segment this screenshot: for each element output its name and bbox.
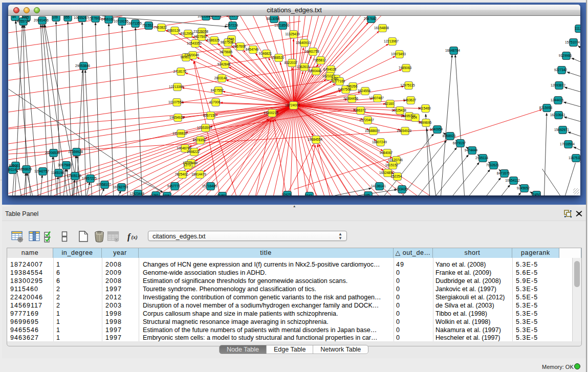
svg-text:3875685: 3875685 <box>220 50 233 54</box>
svg-text:1615152: 1615152 <box>385 163 399 167</box>
svg-text:23226058: 23226058 <box>193 30 208 33</box>
svg-text:9129966: 9129966 <box>559 54 572 57</box>
svg-text:1733426: 1733426 <box>395 187 408 191</box>
svg-text:1096: 1096 <box>162 194 170 195</box>
svg-text:84: 84 <box>12 16 16 18</box>
svg-text:1273: 1273 <box>183 163 191 167</box>
svg-text:16154808: 16154808 <box>374 26 389 30</box>
svg-text:10925: 10925 <box>281 193 291 195</box>
svg-text:9242848: 9242848 <box>217 62 231 66</box>
svg-text:604: 604 <box>411 116 417 119</box>
svg-text:12213369: 12213369 <box>169 85 184 89</box>
svg-text:9245652: 9245652 <box>517 186 530 190</box>
svg-text:11325419: 11325419 <box>285 32 300 36</box>
svg-text:835061: 835061 <box>9 164 20 167</box>
svg-text:16524851: 16524851 <box>379 171 394 174</box>
svg-text:12942757: 12942757 <box>34 169 49 173</box>
svg-text:9777169: 9777169 <box>332 79 345 83</box>
svg-text:30975867: 30975867 <box>58 163 73 167</box>
svg-text:6879197: 6879197 <box>453 141 466 145</box>
svg-text:1145194: 1145194 <box>51 171 64 174</box>
svg-text:20691406: 20691406 <box>34 18 49 22</box>
svg-text:2718176: 2718176 <box>173 70 187 73</box>
svg-text:12923448: 12923448 <box>129 192 144 195</box>
svg-text:17016504: 17016504 <box>560 142 575 146</box>
svg-text:19654923: 19654923 <box>397 129 411 133</box>
svg-text:16210643: 16210643 <box>550 113 565 117</box>
svg-text:8267150: 8267150 <box>203 114 216 117</box>
svg-text:15720407: 15720407 <box>359 118 374 122</box>
svg-text:16961758: 16961758 <box>304 50 319 53</box>
svg-text:10543352: 10543352 <box>187 41 202 45</box>
svg-text:1588520: 1588520 <box>271 56 285 59</box>
svg-text:29053846: 29053846 <box>75 64 90 68</box>
svg-text:7357224: 7357224 <box>225 24 238 27</box>
svg-text:9463627: 9463627 <box>403 98 417 102</box>
svg-text:8660124: 8660124 <box>167 29 181 32</box>
svg-text:8990448: 8990448 <box>309 69 322 73</box>
svg-text:2987682: 2987682 <box>364 17 377 20</box>
svg-text:8427552: 8427552 <box>211 89 224 92</box>
svg-text:746266: 746266 <box>346 84 358 88</box>
svg-text:8958923: 8958923 <box>443 134 456 138</box>
svg-text:7625402: 7625402 <box>175 172 188 176</box>
svg-text:92450: 92450 <box>216 194 226 195</box>
svg-text:14055724: 14055724 <box>15 19 30 23</box>
svg-text:751552: 751552 <box>142 24 154 27</box>
svg-text:39114: 39114 <box>8 168 16 171</box>
svg-text:3498222: 3498222 <box>187 150 200 154</box>
svg-text:417006: 417006 <box>209 100 221 104</box>
svg-text:9084067: 9084067 <box>380 151 393 155</box>
svg-text:16914479: 16914479 <box>191 172 206 176</box>
svg-text:1640954: 1640954 <box>430 127 443 131</box>
svg-text:8912954: 8912954 <box>181 32 194 35</box>
svg-text:252254: 252254 <box>391 174 402 178</box>
svg-text:2867608: 2867608 <box>233 45 246 48</box>
svg-text:12353594: 12353594 <box>197 126 212 129</box>
svg-text:10046786: 10046786 <box>177 146 191 150</box>
svg-text:14136141: 14136141 <box>371 184 386 188</box>
svg-text:8471676: 8471676 <box>497 171 510 175</box>
svg-text:92450: 92450 <box>531 193 540 195</box>
svg-text:20206536: 20206536 <box>45 151 60 155</box>
svg-text:10973493: 10973493 <box>391 52 406 56</box>
svg-text:16648784: 16648784 <box>445 49 460 52</box>
svg-text:10719155: 10719155 <box>114 19 128 23</box>
svg-text:7463822: 7463822 <box>154 26 167 29</box>
svg-text:8186325: 8186325 <box>207 38 220 42</box>
svg-text:9827508: 9827508 <box>221 40 234 44</box>
svg-text:12093872: 12093872 <box>551 83 565 87</box>
svg-text:8215958: 8215958 <box>539 106 553 110</box>
svg-text:6497508: 6497508 <box>338 87 352 91</box>
svg-text:9146821: 9146821 <box>259 52 272 55</box>
svg-text:10654112: 10654112 <box>505 179 520 182</box>
svg-text:2935114: 2935114 <box>475 156 488 160</box>
svg-text:12213967: 12213967 <box>384 39 399 43</box>
svg-text:1156829: 1156829 <box>19 167 32 171</box>
svg-text:9474444: 9474444 <box>465 148 478 152</box>
svg-text:6466160: 6466160 <box>101 17 115 21</box>
svg-text:1292: 1292 <box>151 193 159 195</box>
svg-text:3824554: 3824554 <box>358 89 371 93</box>
svg-text:20364456: 20364456 <box>343 97 358 100</box>
svg-text:18807249: 18807249 <box>372 140 387 144</box>
svg-text:7955812: 7955812 <box>313 58 326 62</box>
svg-text:6794028: 6794028 <box>323 68 337 71</box>
svg-text:9827500: 9827500 <box>194 35 207 38</box>
svg-text:10107553: 10107553 <box>168 100 183 104</box>
svg-text:19166822: 19166822 <box>172 132 187 135</box>
svg-text:8454749: 8454749 <box>246 48 259 51</box>
svg-text:98961: 98961 <box>180 55 189 59</box>
svg-text:8322037: 8322037 <box>285 61 298 64</box>
svg-text:2055: 2055 <box>21 16 29 19</box>
svg-text:15300215: 15300215 <box>264 111 278 115</box>
svg-text:1527602: 1527602 <box>88 16 101 20</box>
svg-text:(x): (x) <box>132 234 138 240</box>
svg-text:15692971: 15692971 <box>554 128 569 132</box>
svg-text:19384554: 19384554 <box>308 138 322 141</box>
svg-text:17957225: 17957225 <box>82 177 97 180</box>
svg-text:9457771: 9457771 <box>167 184 181 188</box>
svg-text:10120746: 10120746 <box>388 158 403 162</box>
svg-text:9646821: 9646821 <box>209 16 222 17</box>
svg-text:16782759: 16782759 <box>113 185 128 189</box>
